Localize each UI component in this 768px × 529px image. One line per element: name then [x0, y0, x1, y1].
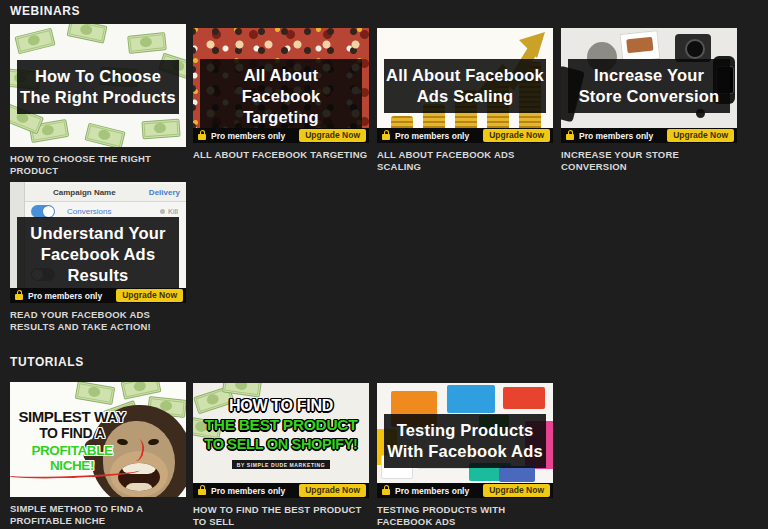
- thumbnail-title-overlay: All About Facebook Ads Scaling: [384, 59, 546, 113]
- upgrade-now-button[interactable]: Upgrade Now: [299, 129, 366, 143]
- video-caption[interactable]: ALL ABOUT FACEBOOK ADS SCALING: [377, 149, 553, 174]
- video-thumbnail[interactable]: Increase Your Store Conversion: [561, 28, 737, 128]
- thumbnail-title-overlay: How To Choose The Right Products: [17, 60, 179, 114]
- pro-members-bar: Pro members only Upgrade Now: [377, 483, 553, 498]
- pro-members-label: Pro members only: [579, 131, 653, 141]
- video-caption[interactable]: READ YOUR FACEBOOK ADS RESULTS AND TAKE …: [10, 309, 186, 334]
- lock-icon: [382, 489, 390, 495]
- lock-icon: [15, 294, 23, 300]
- money-bill-decor: [141, 119, 180, 140]
- upgrade-now-button[interactable]: Upgrade Now: [667, 129, 734, 143]
- tutorial-card-profitable-niche[interactable]: SIMPLEST WAY TO FIND A PROFITABLE NICHE!…: [10, 382, 186, 528]
- video-caption[interactable]: HOW TO CHOOSE THE RIGHT PRODUCT: [10, 153, 186, 178]
- tutorials-section-heading: TUTORIALS: [10, 355, 84, 369]
- art-line-1: HOW TO FIND: [193, 396, 369, 415]
- upgrade-now-button[interactable]: Upgrade Now: [299, 484, 366, 498]
- video-caption[interactable]: SIMPLE METHOD TO FIND A PROFITABLE NICHE: [10, 503, 186, 528]
- pro-members-bar: Pro members only Upgrade Now: [561, 128, 737, 143]
- video-thumbnail[interactable]: HOW TO FIND THE BEST PRODUCT TO SELL ON …: [193, 383, 369, 483]
- upgrade-now-button[interactable]: Upgrade Now: [483, 129, 550, 143]
- tutorial-card-testing-products[interactable]: Testing Products With Facebook Ads Pro m…: [377, 383, 553, 529]
- thumbnail-title-overlay: Understand Your Facebook Ads Results: [17, 217, 179, 288]
- chimp-eye-decor: [148, 438, 160, 445]
- lock-icon: [566, 134, 574, 140]
- thumb-kill-label: Kill: [160, 207, 178, 216]
- collage-tile-decor: [503, 387, 545, 409]
- video-caption[interactable]: INCREASE YOUR STORE CONVERSION: [561, 149, 737, 174]
- art-line-1: SIMPLEST WAY: [12, 408, 132, 425]
- video-caption[interactable]: TESTING PRODUCTS WITH FACEBOOK ADS: [377, 504, 553, 529]
- art-byline: BY SIMPLE DUDE MARKETING: [232, 460, 330, 469]
- pro-members-bar: Pro members only Upgrade Now: [193, 483, 369, 498]
- thumb-campaign-name-label: Campaign Name: [53, 188, 116, 197]
- pro-members-label: Pro members only: [395, 131, 469, 141]
- upgrade-now-button[interactable]: Upgrade Now: [116, 289, 183, 303]
- collage-tile-decor: [499, 466, 535, 482]
- pro-members-label: Pro members only: [211, 131, 285, 141]
- pro-members-label: Pro members only: [211, 486, 285, 496]
- art-line-2: THE BEST PRODUCT: [193, 415, 369, 434]
- lock-icon: [382, 134, 390, 140]
- money-bill-decor: [127, 32, 167, 54]
- pro-members-bar: Pro members only Upgrade Now: [193, 128, 369, 143]
- art-line-2: TO FIND A: [12, 425, 132, 441]
- thumbnail-art-text: SIMPLEST WAY TO FIND A PROFITABLE NICHE!: [12, 408, 132, 474]
- lock-icon: [198, 134, 206, 140]
- video-thumbnail[interactable]: All About Facebook Targeting: [193, 28, 369, 128]
- money-bill-decor: [75, 382, 116, 405]
- webinar-card-ads-results[interactable]: Campaign Name Delivery Conversions Kill …: [10, 182, 186, 334]
- ads-manager-header-decor: Campaign Name Delivery: [25, 184, 186, 202]
- video-caption[interactable]: HOW TO FIND THE BEST PRODUCT TO SELL: [193, 504, 369, 529]
- video-thumbnail[interactable]: Testing Products With Facebook Ads: [377, 383, 553, 483]
- webinar-card-store-conversion[interactable]: Increase Your Store Conversion Pro membe…: [561, 28, 737, 174]
- video-caption[interactable]: ALL ABOUT FACEBOOK TARGETING: [193, 149, 369, 161]
- product-decor: [620, 30, 661, 63]
- video-thumbnail[interactable]: How To Choose The Right Products: [10, 24, 186, 147]
- tutorial-card-best-product[interactable]: HOW TO FIND THE BEST PRODUCT TO SELL ON …: [193, 383, 369, 529]
- thumb-delivery-label: Delivery: [149, 188, 180, 197]
- money-bill-decor: [84, 123, 125, 147]
- art-line-3: TO SELL ON SHOPIFY!: [193, 435, 369, 453]
- thumb-conversions-label: Conversions: [67, 207, 111, 216]
- upgrade-now-button[interactable]: Upgrade Now: [483, 484, 550, 498]
- video-thumbnail[interactable]: Campaign Name Delivery Conversions Kill …: [10, 182, 186, 288]
- pro-members-label: Pro members only: [28, 291, 102, 301]
- thumbnail-title-overlay: All About Facebook Targeting: [200, 59, 362, 128]
- collage-tile-decor: [447, 385, 495, 413]
- webinar-card-ads-scaling[interactable]: All About Facebook Ads Scaling Pro membe…: [377, 28, 553, 174]
- thumbnail-title-overlay: Increase Your Store Conversion: [568, 59, 730, 113]
- pro-members-bar: Pro members only Upgrade Now: [10, 288, 186, 303]
- coin-stack-decor: [391, 116, 413, 128]
- thumbnail-art-text: HOW TO FIND THE BEST PRODUCT TO SELL ON …: [193, 396, 369, 471]
- lock-icon: [198, 489, 206, 495]
- video-thumbnail[interactable]: All About Facebook Ads Scaling: [377, 28, 553, 128]
- money-bill-decor: [67, 24, 108, 44]
- video-thumbnail[interactable]: SIMPLEST WAY TO FIND A PROFITABLE NICHE!: [10, 382, 186, 497]
- webinars-section-heading: WEBINARS: [10, 4, 80, 18]
- webinar-card-facebook-targeting[interactable]: All About Facebook Targeting Pro members…: [193, 28, 369, 161]
- product-decor: [675, 34, 711, 62]
- webinar-card-choose-products[interactable]: How To Choose The Right Products HOW TO …: [10, 24, 186, 178]
- thumbnail-title-overlay: Testing Products With Facebook Ads: [384, 414, 546, 468]
- pro-members-bar: Pro members only Upgrade Now: [377, 128, 553, 143]
- chimp-teeth-decor: [125, 483, 153, 491]
- pro-members-label: Pro members only: [395, 486, 469, 496]
- art-line-3: PROFITABLE NICHE!: [12, 443, 132, 473]
- money-bill-decor: [14, 28, 55, 55]
